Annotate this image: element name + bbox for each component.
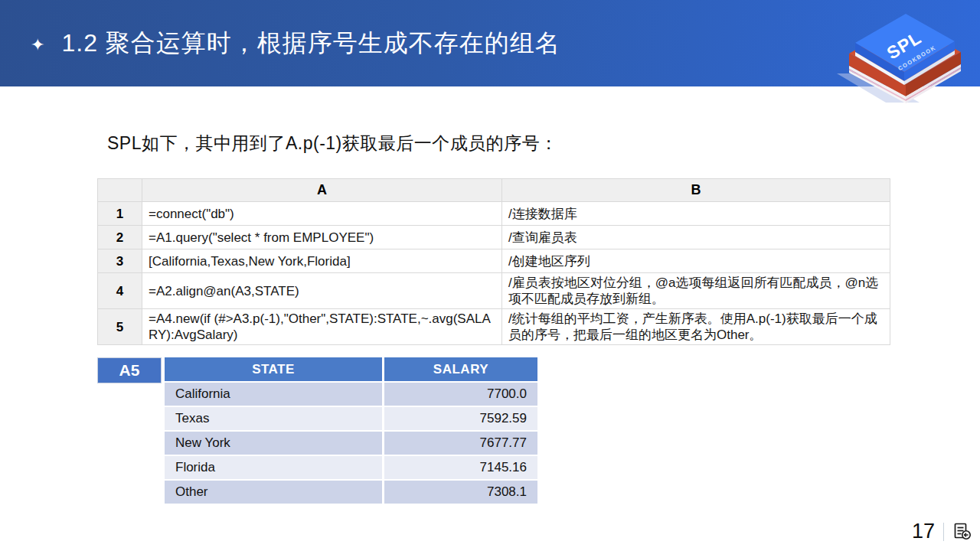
salary-value: 7308.1 — [384, 481, 537, 504]
table-row: 2 =A1.query("select * from EMPLOYEE") /查… — [98, 226, 890, 249]
result-row: California 7700.0 — [165, 383, 537, 406]
cell-b3-comment: /创建地区序列 — [502, 249, 890, 273]
state-value: Other — [165, 481, 382, 504]
cell-reference-badge: A5 — [97, 357, 162, 383]
result-row: Other 7308.1 — [165, 481, 537, 504]
salary-value: 7700.0 — [384, 383, 537, 406]
row-number: 1 — [98, 202, 142, 226]
cell-b4-comment: /雇员表按地区对位分组，@a选项每组返回所有匹配成员，@n选项不匹配成员存放到新… — [502, 273, 890, 309]
salary-value: 7145.16 — [384, 456, 537, 479]
cell-b2-comment: /查询雇员表 — [502, 226, 890, 249]
intro-text: SPL如下，其中用到了A.p(-1)获取最后一个成员的序号： — [107, 132, 558, 155]
state-value: New York — [165, 432, 382, 455]
cell-a3-code: [California,Texas,New York,Florida] — [142, 249, 502, 273]
cell-a4-code: =A2.align@an(A3,STATE) — [142, 273, 502, 309]
state-value: Texas — [165, 407, 382, 430]
row-number: 3 — [98, 249, 142, 273]
row-number: 4 — [98, 273, 142, 309]
row-number: 5 — [98, 309, 142, 345]
result-row: Texas 7592.59 — [165, 407, 537, 430]
state-value: California — [165, 383, 382, 406]
state-column-header: STATE — [165, 357, 382, 381]
presentation-slide: ✦ 1.2 聚合运算时，根据序号生成不存在的组名 SPL COOKBOOK SP… — [0, 0, 980, 551]
table-row: 3 [California,Texas,New York,Florida] /创… — [98, 249, 890, 273]
row-number: 2 — [98, 226, 142, 249]
spl-code-table: A B 1 =connect("db") /连接数据库 2 =A1.query(… — [97, 178, 890, 345]
code-table-header-row: A B — [98, 179, 890, 202]
cell-b5-comment: /统计每组的平均工资，产生新序表。使用A.p(-1)获取最后一个成员的序号，把最… — [502, 309, 890, 345]
slide-footer: 17 — [912, 520, 972, 543]
corner-cell — [98, 179, 142, 202]
spl-cookbook-books-icon: SPL COOKBOOK — [824, 3, 969, 110]
cell-a2-code: =A1.query("select * from EMPLOYEE") — [142, 226, 502, 249]
cell-b1-comment: /连接数据库 — [502, 202, 890, 226]
result-row: New York 7677.77 — [165, 432, 537, 455]
slide-title: 1.2 聚合运算时，根据序号生成不存在的组名 — [61, 27, 560, 60]
table-row: 1 =connect("db") /连接数据库 — [98, 202, 890, 226]
page-number: 17 — [912, 520, 935, 543]
result-row: Florida 7145.16 — [165, 456, 537, 479]
column-b-header: B — [502, 179, 890, 202]
cell-a1-code: =connect("db") — [142, 202, 502, 226]
salary-value: 7592.59 — [384, 407, 537, 430]
cell-a5-code: =A4.new(if (#>A3.p(-1),"Other",STATE):ST… — [142, 309, 502, 345]
table-row: 4 =A2.align@an(A3,STATE) /雇员表按地区对位分组，@a选… — [98, 273, 890, 309]
salary-column-header: SALARY — [384, 357, 537, 381]
sparkle-bullet-icon: ✦ — [31, 35, 44, 55]
result-section: A5 STATE SALARY California 7700.0 Texas … — [97, 357, 540, 505]
result-header-row: STATE SALARY — [165, 357, 537, 381]
back-to-contents-icon[interactable] — [952, 522, 972, 542]
column-a-header: A — [142, 179, 502, 202]
footer-divider — [943, 523, 944, 541]
state-value: Florida — [165, 456, 382, 479]
result-table: STATE SALARY California 7700.0 Texas 759… — [162, 356, 540, 505]
salary-value: 7677.77 — [384, 432, 537, 455]
table-row: 5 =A4.new(if (#>A3.p(-1),"Other",STATE):… — [98, 309, 890, 345]
